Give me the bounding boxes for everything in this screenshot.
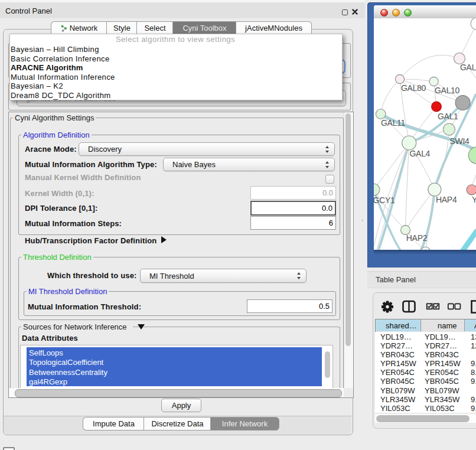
- svg-text:SWI4: SWI4: [450, 136, 470, 146]
- svg-text:GAL80: GAL80: [401, 83, 426, 93]
- svg-text:HAP2: HAP2: [406, 233, 428, 243]
- svg-text:HAP4: HAP4: [436, 195, 457, 204]
- svg-text:GAL10: GAL10: [435, 86, 460, 95]
- svg-text:GAL4: GAL4: [410, 149, 431, 158]
- svg-text:GCY1: GCY1: [374, 195, 395, 205]
- svg-text:Y: Y: [472, 195, 476, 204]
- svg-text:GAL11: GAL11: [381, 118, 406, 128]
- svg-text:GAL7: GAL7: [460, 63, 476, 72]
- svg-text:GAL1: GAL1: [438, 112, 458, 121]
